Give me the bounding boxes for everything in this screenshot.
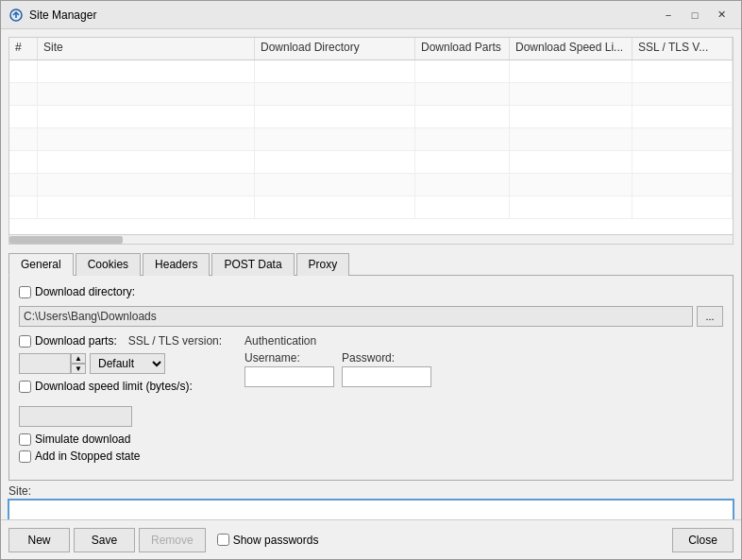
tabs-container: General Cookies Headers POST Data Proxy … <box>8 252 734 481</box>
username-label: Username: <box>245 351 334 365</box>
options-main-row: Download parts: SSL / TLS version: 100 ▲ <box>19 334 723 427</box>
browse-button[interactable]: ... <box>697 306 723 327</box>
spinner-up-button[interactable]: ▲ <box>71 353 86 364</box>
parts-input-row: 100 ▲ ▼ Default TLS 1.0 TLS 1.1 TLS <box>19 353 222 374</box>
main-content: # Site Download Directory Download Parts… <box>1 29 741 519</box>
horizontal-scrollbar[interactable] <box>9 234 733 244</box>
table-header: # Site Download Directory Download Parts… <box>9 38 733 60</box>
tab-cookies[interactable]: Cookies <box>76 253 141 276</box>
stopped-label: Add in Stopped state <box>35 450 140 463</box>
window-title: Site Manager <box>29 8 656 22</box>
site-section: Site: <box>8 484 734 519</box>
show-passwords-text: Show passwords <box>233 534 319 547</box>
download-parts-checkbox-label[interactable]: Download parts: <box>19 334 117 348</box>
download-parts-input[interactable]: 100 <box>19 353 71 374</box>
auth-fields: Username: Password: <box>245 351 431 387</box>
close-window-button[interactable]: ✕ <box>709 6 734 25</box>
close-button[interactable]: Close <box>672 528 734 552</box>
table-row[interactable] <box>9 174 733 196</box>
table-row[interactable] <box>9 151 733 174</box>
scrollbar-thumb[interactable] <box>9 236 123 244</box>
download-dir-row: ... <box>19 306 723 327</box>
simulate-row: Simulate download <box>19 433 723 446</box>
stopped-checkbox[interactable] <box>19 450 31 463</box>
download-directory-label: Download directory: <box>35 285 135 298</box>
tab-general[interactable]: General <box>8 253 74 276</box>
remove-button[interactable]: Remove <box>139 528 206 552</box>
table-row[interactable] <box>9 106 733 128</box>
show-passwords-checkbox[interactable] <box>217 534 229 546</box>
download-speed-checkbox-label[interactable]: Download speed limit (bytes/s): <box>19 380 193 393</box>
col-header-speed: Download Speed Li... <box>510 38 632 59</box>
app-icon <box>8 8 24 23</box>
tabs-nav: General Cookies Headers POST Data Proxy <box>8 252 734 276</box>
download-dir-checkbox-row: Download directory: <box>19 285 723 298</box>
download-speed-checkbox[interactable] <box>19 381 31 393</box>
site-input[interactable] <box>8 500 734 519</box>
speed-input-row: 0 <box>19 406 222 427</box>
table-row[interactable] <box>9 128 733 151</box>
table-row[interactable] <box>9 83 733 106</box>
col-header-dir: Download Directory <box>255 38 415 59</box>
table-row[interactable] <box>9 60 733 83</box>
download-speed-checkbox-row: Download speed limit (bytes/s): <box>19 380 222 393</box>
col-header-hash: # <box>9 38 38 59</box>
site-label: Site: <box>8 484 734 498</box>
minimize-button[interactable]: − <box>656 6 681 25</box>
password-field: Password: <box>342 351 431 387</box>
new-button[interactable]: New <box>8 528 70 552</box>
simulate-checkbox[interactable] <box>19 433 31 446</box>
simulate-label: Simulate download <box>35 433 130 446</box>
sites-table: # Site Download Directory Download Parts… <box>8 37 734 245</box>
download-parts-spinner: 100 ▲ ▼ <box>19 353 86 374</box>
maximize-button[interactable]: □ <box>683 6 707 25</box>
tab-content-general: Download directory: ... Do <box>8 276 734 481</box>
table-row[interactable] <box>9 196 733 219</box>
download-parts-checkbox[interactable] <box>19 335 31 348</box>
ssl-tls-select[interactable]: Default TLS 1.0 TLS 1.1 TLS 1.2 TLS 1.3 <box>90 353 165 374</box>
show-passwords-label[interactable]: Show passwords <box>217 534 319 547</box>
table-body[interactable] <box>9 60 733 234</box>
download-directory-input[interactable] <box>19 306 693 327</box>
password-label: Password: <box>342 351 431 365</box>
download-speed-input[interactable]: 0 <box>19 406 132 427</box>
authentication-group: Authentication Username: Password: <box>245 334 431 427</box>
tab-proxy[interactable]: Proxy <box>296 253 350 276</box>
col-header-ssl: SSL / TLS V... <box>632 38 733 59</box>
left-options: Download parts: SSL / TLS version: 100 ▲ <box>19 334 222 427</box>
bottom-bar: New Save Remove Show passwords Close <box>1 519 741 559</box>
download-speed-label: Download speed limit (bytes/s): <box>35 380 193 393</box>
download-parts-label: Download parts: <box>35 334 117 348</box>
window-controls: − □ ✕ <box>656 6 734 25</box>
spinner-buttons: ▲ ▼ <box>71 353 86 374</box>
site-manager-window: Site Manager − □ ✕ # Site Download Direc… <box>0 0 742 560</box>
password-input[interactable] <box>342 366 431 387</box>
download-directory-checkbox-label[interactable]: Download directory: <box>19 285 135 298</box>
spinner-down-button[interactable]: ▼ <box>71 364 86 374</box>
username-input[interactable] <box>245 366 334 387</box>
stopped-checkbox-label[interactable]: Add in Stopped state <box>19 450 723 463</box>
title-bar: Site Manager − □ ✕ <box>1 1 741 29</box>
tab-headers[interactable]: Headers <box>143 253 210 276</box>
username-field: Username: <box>245 351 334 387</box>
save-button[interactable]: Save <box>74 528 135 552</box>
download-directory-checkbox[interactable] <box>19 286 31 298</box>
col-header-site: Site <box>38 38 255 59</box>
simulate-checkbox-label[interactable]: Simulate download <box>19 433 723 446</box>
ssl-tls-label: SSL / TLS version: <box>128 334 222 348</box>
stopped-row: Add in Stopped state <box>19 450 723 463</box>
ssl-tls-group: SSL / TLS version: <box>128 334 222 348</box>
tab-postdata[interactable]: POST Data <box>211 253 294 276</box>
col-header-parts: Download Parts <box>415 38 510 59</box>
download-parts-row: Download parts: SSL / TLS version: <box>19 334 222 348</box>
auth-title: Authentication <box>245 334 431 348</box>
